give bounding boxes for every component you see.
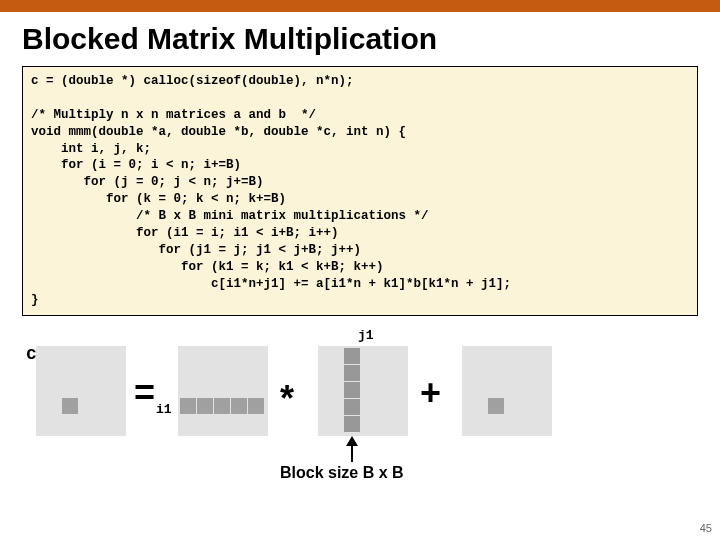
- cell: [344, 399, 360, 415]
- block-caption: Block size B x B: [280, 464, 404, 482]
- diagram: j1 c = i1 a * b +: [22, 332, 698, 502]
- cell: [344, 416, 360, 432]
- matrix-b: [318, 346, 408, 436]
- slide-content: Blocked Matrix Multiplication c = (doubl…: [0, 12, 720, 502]
- accent-stripe: [0, 0, 720, 12]
- cell: [180, 398, 196, 414]
- op-multiply: *: [280, 378, 294, 420]
- index-j1: j1: [358, 328, 374, 343]
- cell: [231, 398, 247, 414]
- cell: [344, 382, 360, 398]
- matrix-a: [178, 346, 268, 436]
- arrow-icon: [342, 436, 362, 464]
- index-i1: i1: [156, 402, 172, 417]
- op-plus: +: [420, 372, 441, 414]
- cell: [214, 398, 230, 414]
- cell: [488, 398, 504, 414]
- op-equals: =: [134, 372, 155, 414]
- page-number: 45: [700, 522, 712, 534]
- cell: [344, 348, 360, 364]
- matrix-c-acc: [462, 346, 552, 436]
- code-block: c = (double *) calloc(sizeof(double), n*…: [22, 66, 698, 316]
- cell: [344, 365, 360, 381]
- cell: [62, 398, 78, 414]
- svg-marker-1: [346, 436, 358, 446]
- matrix-c-result: [36, 346, 126, 436]
- cell: [248, 398, 264, 414]
- cell: [197, 398, 213, 414]
- slide-title: Blocked Matrix Multiplication: [22, 22, 698, 56]
